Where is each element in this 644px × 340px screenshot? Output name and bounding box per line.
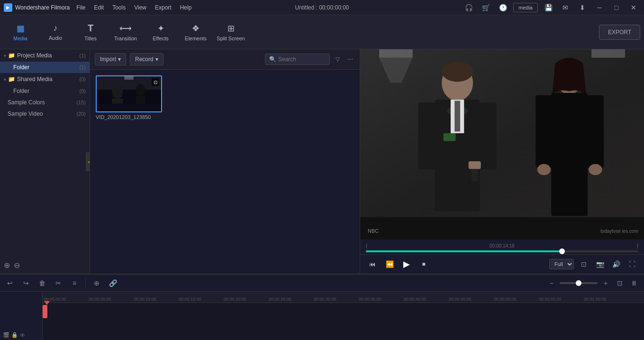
app-icon: ▶ xyxy=(4,3,12,12)
undo-button[interactable]: ↩ xyxy=(4,277,16,289)
stop-button[interactable]: ■ xyxy=(417,257,430,271)
progress-track[interactable] xyxy=(366,250,638,252)
time-row: { 00:00:14:18 } xyxy=(366,243,638,248)
svg-rect-24 xyxy=(472,169,478,181)
step-back-button[interactable]: ⏮ xyxy=(366,257,379,271)
timeline-content: 🎬 🔒 👁 00:00:00:00 00:00:05:00 00:00:10:0… xyxy=(0,292,644,340)
adjust-button[interactable]: ≡ xyxy=(68,277,81,289)
search-bar[interactable]: 🔍 xyxy=(265,54,330,65)
menu-export[interactable]: Export xyxy=(151,2,175,13)
menu-tools[interactable]: Tools xyxy=(109,2,129,13)
add-bin-icon[interactable]: ⊕ xyxy=(4,261,10,270)
project-media-header[interactable]: ▾ 📁 Project Media (1) xyxy=(0,49,90,62)
sample-video-label: Sample Video xyxy=(8,110,43,117)
frame-back-button[interactable]: ⏪ xyxy=(383,257,396,271)
import-button[interactable]: Import ▾ xyxy=(95,53,126,65)
minimize-button[interactable]: ─ xyxy=(593,2,606,13)
sidebar-item-folder[interactable]: Folder (1) xyxy=(0,62,90,73)
fullscreen-button[interactable]: ⛶ xyxy=(626,258,638,270)
app-name: Wondershare Filmora xyxy=(15,4,70,11)
timeline-track-labels: 🎬 🔒 👁 xyxy=(0,292,43,340)
maximize-button[interactable]: □ xyxy=(610,2,623,13)
preview-video: NBC todaytvse ies.com xyxy=(360,49,644,239)
quality-select[interactable]: Full 1/2 1/4 xyxy=(549,259,574,269)
delete-button[interactable]: 🗑 xyxy=(36,277,48,289)
fit-button[interactable]: ⊡ xyxy=(614,277,626,289)
timeline-settings-icon[interactable]: ⏸ xyxy=(628,277,640,289)
close-button[interactable]: ✕ xyxy=(627,2,640,13)
sidebar-item-shared-folder[interactable]: Folder (0) xyxy=(0,85,90,97)
pip-button[interactable]: ⊡ xyxy=(578,258,590,270)
shared-media-header[interactable]: ▾ 📁 Shared Media (0) xyxy=(0,73,90,85)
sidebar: ▾ 📁 Project Media (1) Folder (1) ▾ 📁 Sha… xyxy=(0,49,90,274)
export-button[interactable]: EXPORT xyxy=(599,25,640,40)
ruler-mark-11: 00:00:55:00 xyxy=(538,297,583,302)
preview-panel: NBC todaytvse ies.com { 00:00:14:18 } ⏮ … xyxy=(360,49,644,274)
add-track-button[interactable]: ⊕ xyxy=(91,277,103,289)
cart-icon[interactable]: 🛒 xyxy=(479,2,492,13)
sample-colors-count: (15) xyxy=(76,100,86,105)
clip-bar[interactable] xyxy=(43,305,47,318)
nbc-logo: NBC xyxy=(368,228,379,234)
record-button[interactable]: Record ▾ xyxy=(130,53,163,65)
watermark-text: todaytvse ies.com xyxy=(600,229,638,234)
ruler-mark-9: 00:00:45:00 xyxy=(448,297,493,302)
ruler-mark-10: 00:00:50:00 xyxy=(493,297,538,302)
grid-view-icon[interactable]: ⋯ xyxy=(345,54,355,64)
chevron-down-icon: ▾ xyxy=(4,53,6,58)
screenshot-button[interactable]: 📷 xyxy=(594,258,606,270)
audio-icon: ♪ xyxy=(54,23,58,33)
tool-titles[interactable]: T Titles xyxy=(74,17,107,47)
clock-icon[interactable]: 🕐 xyxy=(496,2,509,13)
save-icon[interactable]: 💾 xyxy=(542,2,555,13)
ruler-mark-3: 00:00:15:00 xyxy=(178,297,223,302)
menu-help[interactable]: Help xyxy=(176,2,196,13)
tool-transition[interactable]: ⟷ Transition xyxy=(109,17,142,47)
lock-icon[interactable]: 🔒 xyxy=(11,332,18,338)
media-item-name-0: VID_20201203_123850 xyxy=(96,114,162,120)
effects-label: Effects xyxy=(153,36,168,41)
transition-icon: ⟷ xyxy=(119,23,132,34)
transition-label: Transition xyxy=(114,36,137,41)
project-media-count: (1) xyxy=(80,53,86,58)
menu-view[interactable]: View xyxy=(130,2,150,13)
sample-video-count: (20) xyxy=(76,111,86,117)
play-button[interactable]: ▶ xyxy=(400,257,413,271)
cut-button[interactable]: ✂ xyxy=(52,277,64,289)
tool-effects[interactable]: ✦ Effects xyxy=(144,17,177,47)
tool-elements[interactable]: ❖ Elements xyxy=(179,17,212,47)
zoom-out-button[interactable]: − xyxy=(545,277,558,289)
tool-splitscreen[interactable]: ⊞ Split Screen xyxy=(214,17,247,47)
filter-icon[interactable]: ▽ xyxy=(334,54,342,64)
search-input[interactable] xyxy=(278,56,326,63)
timeline: ↩ ↪ 🗑 ✂ ≡ ⊕ 🔗 − + ⊡ ⏸ 🎬 🔒 👁 xyxy=(0,274,644,340)
eye-icon[interactable]: 👁 xyxy=(20,332,25,338)
zoom-in-button[interactable]: + xyxy=(599,277,612,289)
progress-thumb[interactable] xyxy=(559,248,565,254)
tool-audio[interactable]: ♪ Audio xyxy=(39,17,72,47)
redo-button[interactable]: ↪ xyxy=(20,277,32,289)
record-label: Record xyxy=(135,56,154,63)
ruler-mark-4: 00:00:20:00 xyxy=(223,297,268,302)
volume-button[interactable]: 🔊 xyxy=(610,258,622,270)
zoom-slider[interactable] xyxy=(560,282,598,284)
menu-file[interactable]: File xyxy=(73,2,89,13)
chevron-down-icon-3: ▾ xyxy=(118,56,121,63)
menu-edit[interactable]: Edit xyxy=(91,2,108,13)
video-track-icon: 🎬 xyxy=(3,332,9,338)
zoom-thumb[interactable] xyxy=(576,280,581,286)
login-button[interactable]: media xyxy=(513,3,538,12)
sidebar-collapse-handle[interactable]: ◀ xyxy=(86,152,90,171)
progress-fill xyxy=(366,250,562,252)
remove-bin-icon[interactable]: ⊖ xyxy=(14,261,20,270)
media-grid: ⊡ VID_20201203_123850 xyxy=(90,70,360,274)
media-item-0[interactable]: ⊡ VID_20201203_123850 xyxy=(96,75,162,120)
mail-icon[interactable]: ✉ xyxy=(559,2,572,13)
download-icon[interactable]: ⬇ xyxy=(576,2,589,13)
sidebar-item-sample-colors[interactable]: Sample Colors (15) xyxy=(0,97,90,108)
progress-bar-area: { 00:00:14:18 } xyxy=(360,239,644,254)
sidebar-item-sample-video[interactable]: Sample Video (20) xyxy=(0,108,90,119)
headphones-icon[interactable]: 🎧 xyxy=(462,2,475,13)
link-button[interactable]: 🔗 xyxy=(107,277,119,289)
tool-media[interactable]: ▦ Media xyxy=(4,17,37,47)
